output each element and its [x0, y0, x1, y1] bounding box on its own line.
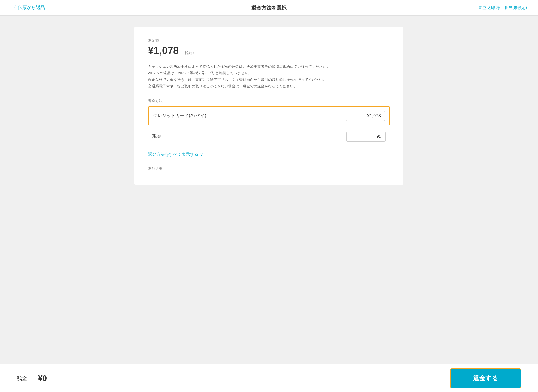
refund-button[interactable]: 返金する — [450, 368, 521, 388]
page-title: 返金方法を選択 — [251, 4, 287, 11]
refund-card: 返金額 ¥1,078 (税込) キャッシュレス決済手段によって支払われた金額の返… — [134, 27, 404, 185]
balance-label: 残金 — [17, 375, 27, 382]
chevron-left-icon: 〈 — [11, 4, 16, 11]
payment-row-credit-card[interactable]: クレジットカード(Airペイ) ¥1,078 — [148, 106, 390, 125]
balance-value: ¥0 — [38, 374, 47, 383]
cash-value[interactable]: ¥0 — [346, 132, 386, 142]
refund-amount-label: 返金額 — [148, 38, 390, 43]
show-all-label: 返金方法をすべて表示する — [148, 152, 198, 157]
refund-amount-number: ¥1,078 — [148, 45, 179, 56]
back-label: 伝票から返品 — [18, 5, 45, 11]
memo-label: 返品メモ — [148, 166, 390, 171]
payment-method-label: 返金方法 — [148, 99, 390, 104]
credit-card-label: クレジットカード(Airペイ) — [153, 113, 206, 119]
credit-card-value[interactable]: ¥1,078 — [346, 111, 385, 121]
back-button[interactable]: 〈 伝票から返品 — [11, 4, 45, 11]
refund-amount-value: ¥1,078 (税込) — [148, 45, 390, 57]
notice-text: キャッシュレス決済手段によって支払われた金額の返金は、決済事業者等の加盟店規約に… — [148, 63, 390, 90]
chevron-down-icon: ∨ — [200, 152, 203, 157]
payment-row-cash[interactable]: 現金 ¥0 — [148, 128, 390, 146]
bottom-bar: 残金 ¥0 返金する — [0, 364, 538, 392]
user-role: 担当(未設定) — [505, 5, 527, 10]
header: 〈 伝票から返品 返金方法を選択 青空 太郎 様 担当(未設定) — [0, 0, 538, 16]
balance-section: 残金 ¥0 — [17, 374, 47, 383]
tax-label: (税込) — [183, 50, 194, 55]
cash-label: 現金 — [152, 134, 161, 139]
main-content: 返金額 ¥1,078 (税込) キャッシュレス決済手段によって支払われた金額の返… — [0, 16, 538, 392]
show-all-button[interactable]: 返金方法をすべて表示する ∨ — [148, 152, 390, 157]
user-name: 青空 太郎 様 — [478, 5, 500, 10]
user-info: 青空 太郎 様 担当(未設定) — [478, 5, 527, 10]
divider — [148, 146, 390, 146]
